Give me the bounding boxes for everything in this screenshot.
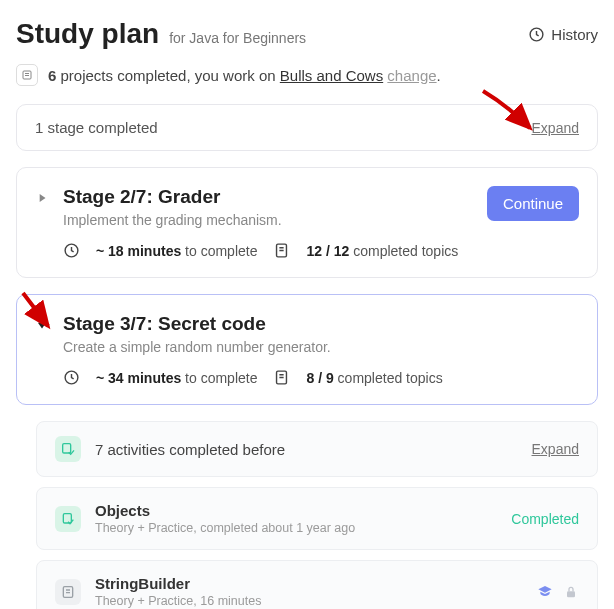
projects-icon bbox=[16, 64, 38, 86]
stage2-title: Stage 2/7: Grader bbox=[63, 186, 458, 208]
topic-card-stringbuilder[interactable]: StringBuilder Theory + Practice, 16 minu… bbox=[36, 560, 598, 609]
stage1-expand[interactable]: Expand bbox=[532, 120, 579, 136]
stage2-card: Stage 2/7: Grader Implement the grading … bbox=[16, 167, 598, 278]
projects-text: 6 projects completed, you work on Bulls … bbox=[48, 67, 441, 84]
sheet-icon bbox=[273, 369, 290, 386]
stage1-label: 1 stage completed bbox=[35, 119, 158, 136]
topic-right-icons bbox=[537, 584, 579, 600]
header-left: Study plan for Java for Beginners bbox=[16, 18, 306, 50]
topic-complete-icon bbox=[55, 506, 81, 532]
activities-expand[interactable]: Expand bbox=[532, 441, 579, 457]
history-label: History bbox=[551, 26, 598, 43]
activities-icon bbox=[55, 436, 81, 462]
page-title: Study plan bbox=[16, 18, 159, 50]
current-project-link[interactable]: Bulls and Cows bbox=[280, 67, 383, 84]
topic-title: Objects bbox=[95, 502, 355, 519]
stage2-desc: Implement the grading mechanism. bbox=[63, 212, 458, 228]
completed-badge: Completed bbox=[511, 511, 579, 527]
history-button[interactable]: History bbox=[528, 26, 598, 43]
clock-icon bbox=[63, 369, 80, 386]
chevron-down-icon[interactable] bbox=[35, 318, 49, 332]
graduation-icon bbox=[537, 584, 553, 600]
svg-rect-6 bbox=[63, 444, 71, 453]
change-project-link[interactable]: change bbox=[387, 67, 436, 84]
chevron-right-icon[interactable] bbox=[35, 191, 49, 205]
projects-summary: 6 projects completed, you work on Bulls … bbox=[16, 64, 598, 86]
svg-rect-7 bbox=[63, 513, 71, 522]
stage3-meta: ~ 34 minutes to complete 8 / 9 completed… bbox=[63, 369, 443, 386]
activities-label: 7 activities completed before bbox=[95, 441, 285, 458]
page-subtitle: for Java for Beginners bbox=[169, 30, 306, 46]
activities-card: 7 activities completed before Expand bbox=[36, 421, 598, 477]
stage3-title: Stage 3/7: Secret code bbox=[63, 313, 443, 335]
clock-icon bbox=[63, 242, 80, 259]
topic-sub: Theory + Practice, 16 minutes bbox=[95, 594, 261, 608]
sheet-icon bbox=[273, 242, 290, 259]
stage3-card: Stage 3/7: Secret code Create a simple r… bbox=[16, 294, 598, 405]
stage1-card: 1 stage completed Expand bbox=[16, 104, 598, 151]
clock-icon bbox=[528, 26, 545, 43]
topic-pending-icon bbox=[55, 579, 81, 605]
topic-card-objects[interactable]: Objects Theory + Practice, completed abo… bbox=[36, 487, 598, 550]
stage3-desc: Create a simple random number generator. bbox=[63, 339, 443, 355]
stage2-meta: ~ 18 minutes to complete 12 / 12 complet… bbox=[63, 242, 458, 259]
continue-button[interactable]: Continue bbox=[487, 186, 579, 221]
topic-sub: Theory + Practice, completed about 1 yea… bbox=[95, 521, 355, 535]
topic-title: StringBuilder bbox=[95, 575, 261, 592]
svg-rect-9 bbox=[567, 591, 575, 597]
lock-icon bbox=[563, 584, 579, 600]
header: Study plan for Java for Beginners Histor… bbox=[16, 18, 598, 50]
